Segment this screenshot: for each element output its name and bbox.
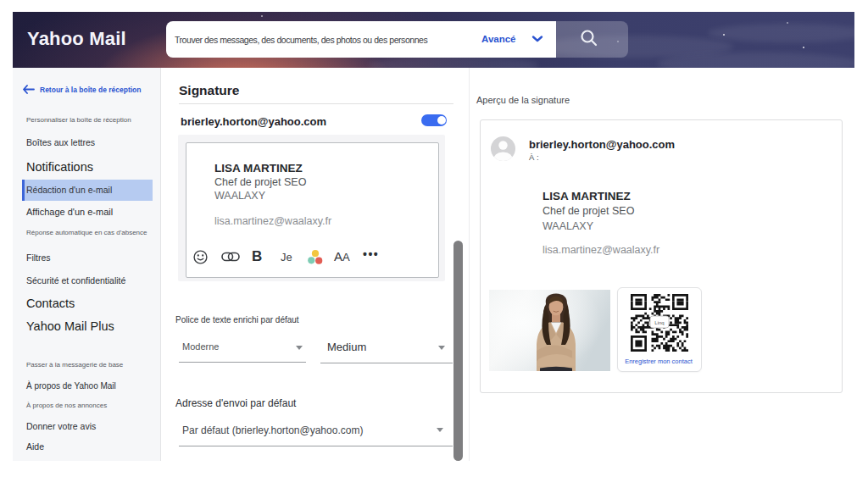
- svg-text:Linq: Linq: [654, 320, 664, 325]
